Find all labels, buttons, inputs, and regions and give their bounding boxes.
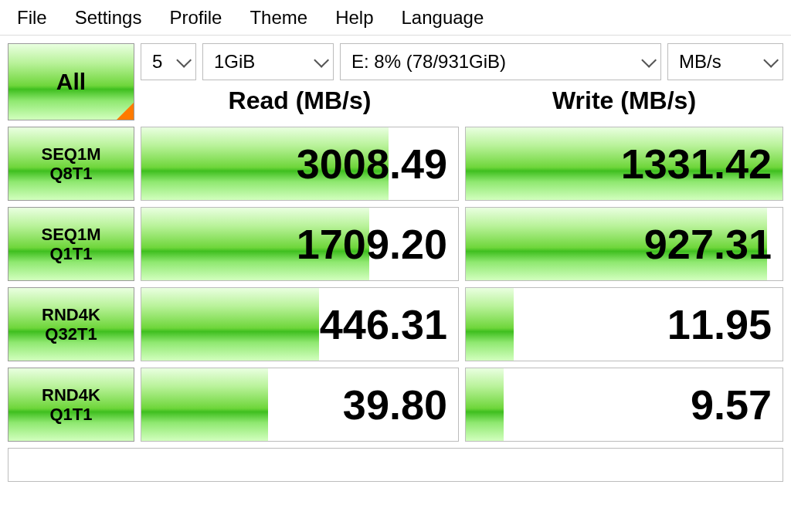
loops-value: 5 [152, 51, 162, 73]
menu-file[interactable]: File [3, 2, 61, 33]
test-size-select[interactable]: 1GiB [202, 43, 334, 80]
menu-settings[interactable]: Settings [61, 2, 156, 33]
write-value: 1331.42 [621, 140, 772, 188]
read-value: 1709.20 [297, 220, 447, 268]
run-rnd4k-q1t1-button[interactable]: RND4K Q1T1 [8, 368, 134, 442]
test-label-line2: Q32T1 [45, 324, 97, 344]
test-label-line1: SEQ1M [41, 144, 100, 164]
menu-help[interactable]: Help [321, 2, 387, 33]
read-seq1m-q1t1: 1709.20 [141, 207, 459, 281]
write-seq1m-q8t1: 1331.42 [465, 127, 783, 201]
run-all-label: All [56, 69, 86, 95]
bar-fill [466, 368, 504, 441]
test-label-line2: Q1T1 [49, 244, 92, 263]
header-read: Read (MB/s) [141, 86, 459, 115]
test-size-value: 1GiB [214, 51, 255, 73]
chevron-down-icon [763, 53, 779, 68]
chevron-down-icon [314, 53, 329, 68]
test-label-line2: Q8T1 [49, 164, 92, 183]
run-all-button[interactable]: All [8, 43, 134, 120]
write-rnd4k-q1t1: 9.57 [465, 368, 783, 442]
test-label-line1: RND4K [42, 385, 100, 405]
read-value: 3008.49 [297, 140, 447, 188]
header-write: Write (MB/s) [465, 86, 783, 115]
write-value: 9.57 [691, 381, 772, 429]
menu-language[interactable]: Language [387, 2, 497, 33]
menu-theme[interactable]: Theme [236, 2, 321, 33]
run-rnd4k-q32t1-button[interactable]: RND4K Q32T1 [8, 287, 134, 361]
unit-select[interactable]: MB/s [667, 43, 783, 80]
test-label-line2: Q1T1 [49, 405, 92, 424]
read-rnd4k-q1t1: 39.80 [141, 368, 459, 442]
test-label-line1: SEQ1M [41, 225, 100, 244]
bar-fill [141, 368, 268, 441]
read-seq1m-q8t1: 3008.49 [141, 127, 459, 201]
unit-value: MB/s [679, 51, 721, 73]
write-value: 11.95 [667, 300, 772, 348]
loops-select[interactable]: 5 [141, 43, 196, 80]
chevron-down-icon [176, 53, 192, 68]
bar-fill [466, 288, 514, 361]
write-value: 927.31 [644, 220, 772, 268]
menubar: File Settings Profile Theme Help Languag… [0, 0, 791, 36]
status-bar [8, 448, 783, 482]
bar-fill [141, 288, 319, 361]
chevron-down-icon [641, 53, 657, 68]
drive-value: E: 8% (78/931GiB) [351, 51, 506, 73]
test-label-line1: RND4K [42, 305, 100, 324]
write-rnd4k-q32t1: 11.95 [465, 287, 783, 361]
menu-profile[interactable]: Profile [155, 2, 236, 33]
write-seq1m-q1t1: 927.31 [465, 207, 783, 281]
read-value: 39.80 [343, 381, 447, 429]
read-rnd4k-q32t1: 446.31 [141, 287, 459, 361]
options-row: 5 1GiB E: 8% (78/931GiB) MB/s [141, 43, 783, 80]
run-seq1m-q8t1-button[interactable]: SEQ1M Q8T1 [8, 127, 134, 201]
read-value: 446.31 [320, 300, 447, 348]
drive-select[interactable]: E: 8% (78/931GiB) [340, 43, 661, 80]
run-seq1m-q1t1-button[interactable]: SEQ1M Q1T1 [8, 207, 134, 281]
